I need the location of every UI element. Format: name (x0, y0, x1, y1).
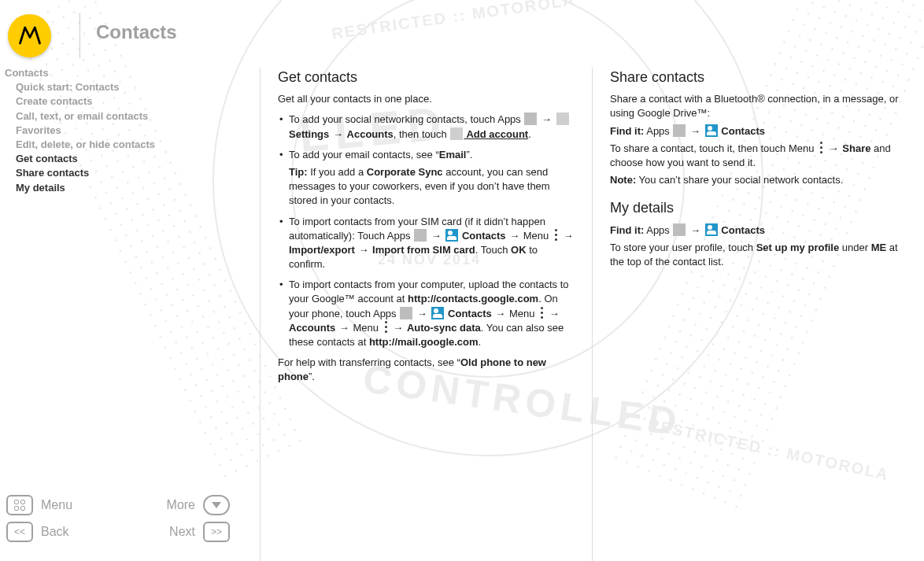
contacts-icon (445, 229, 458, 242)
contacts-icon (705, 223, 718, 236)
column-get-contacts: Get contacts Get all your contacts in on… (260, 68, 592, 561)
header-divider (79, 13, 80, 58)
heading-my-details: My details (610, 198, 907, 218)
findit-details: Find it: Apps → Contacts (610, 223, 907, 238)
share-intro: Share a contact with a Bluetooth® connec… (610, 92, 907, 120)
sidebar: Contacts Quick start: Contacts Create co… (0, 61, 260, 561)
apps-icon (524, 113, 537, 125)
bullet-computer: To import contacts from your computer, u… (278, 278, 575, 349)
menu-dots-icon (552, 229, 560, 242)
bottom-nav: Menu More << Back Next >> (5, 492, 260, 561)
toc-item-2[interactable]: Call, text, or email contacts (5, 109, 260, 124)
menu-dots-icon (817, 142, 825, 154)
contacts-icon (431, 307, 444, 319)
apps-icon (400, 307, 412, 319)
more-label: More (167, 498, 195, 512)
motorola-logo (8, 14, 51, 57)
menu-button[interactable]: Menu (6, 495, 72, 515)
menu-label: Menu (41, 498, 72, 512)
menu-grid-icon (6, 495, 33, 515)
next-label: Next (169, 525, 195, 539)
more-down-icon (203, 495, 230, 515)
next-icon: >> (203, 522, 230, 542)
bullet-social: To add your social networking contacts, … (278, 113, 575, 141)
toc-item-1[interactable]: Create contacts (5, 94, 260, 109)
outro-text: For help with transferring contacts, see… (278, 356, 575, 384)
toc-root[interactable]: Contacts (5, 66, 260, 80)
toc-item-3[interactable]: Favorites (5, 124, 260, 138)
heading-share-contacts: Share contacts (610, 68, 907, 87)
menu-dots-icon (538, 307, 545, 319)
findit-share: Find it: Apps → Contacts (610, 124, 907, 138)
apps-icon (673, 124, 686, 137)
page-body: Contacts Quick start: Contacts Create co… (0, 61, 924, 561)
contacts-icon (705, 124, 718, 137)
add-account-icon (450, 127, 463, 140)
content: Get contacts Get all your contacts in on… (260, 61, 924, 561)
toc: Contacts Quick start: Contacts Create co… (5, 66, 260, 492)
menu-dots-icon (382, 321, 390, 334)
toc-item-6[interactable]: Share contacts (5, 166, 260, 180)
apps-icon (673, 223, 686, 236)
page-title: Contacts (96, 21, 177, 43)
column-share-details: Share contacts Share a contact with a Bl… (592, 68, 924, 561)
share-note: Note: You can’t share your social networ… (610, 173, 907, 187)
toc-item-5[interactable]: Get contacts (5, 152, 260, 166)
heading-get-contacts: Get contacts (278, 68, 575, 87)
apps-icon (414, 229, 427, 242)
toc-item-7[interactable]: My details (5, 181, 260, 195)
details-text: To store your user profile, touch Set up… (610, 241, 907, 269)
motorola-m-icon (18, 24, 42, 47)
back-label: Back (41, 525, 69, 539)
bullet-email: To add your email contacts, see “Email”.… (278, 148, 575, 209)
header: Contacts (0, 0, 924, 61)
intro-text: Get all your contacts in one place. (278, 92, 575, 106)
next-button[interactable]: Next >> (169, 522, 230, 542)
toc-item-0[interactable]: Quick start: Contacts (5, 80, 260, 94)
back-button[interactable]: << Back (6, 522, 69, 542)
share-steps: To share a contact, touch it, then touch… (610, 142, 907, 170)
bullet-sim: To import contacts from your SIM card (i… (278, 215, 575, 272)
settings-icon (556, 113, 569, 125)
toc-item-4[interactable]: Edit, delete, or hide contacts (5, 138, 260, 152)
more-button[interactable]: More (167, 495, 230, 515)
back-icon: << (6, 522, 33, 542)
